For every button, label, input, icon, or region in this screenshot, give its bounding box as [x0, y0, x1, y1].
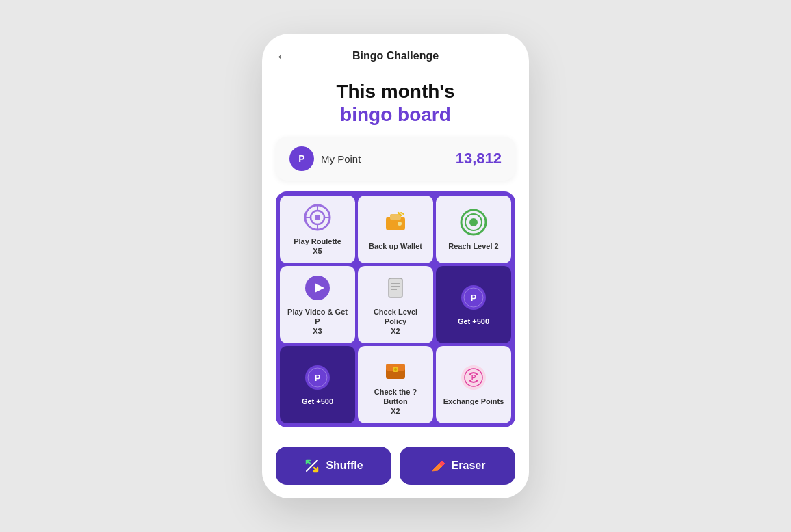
- shuffle-icon: [304, 457, 320, 474]
- cell-label-2: Back up Wallet: [369, 241, 422, 251]
- svg-rect-15: [389, 278, 402, 297]
- cell-label-4: Play Video & Get PX3: [284, 307, 351, 336]
- eraser-label: Eraser: [452, 460, 486, 472]
- points-icon: P: [289, 146, 314, 171]
- cell-label-3: Reach Level 2: [448, 241, 498, 251]
- bingo-cell-3[interactable]: Reach Level 2: [436, 196, 511, 263]
- video-icon: [302, 273, 333, 303]
- bingo-cell-9[interactable]: P Exchange Points: [436, 346, 511, 423]
- header-title: Bingo Challenge: [352, 50, 439, 62]
- exchange-icon: P: [458, 362, 489, 393]
- level-icon: [458, 207, 489, 237]
- chest-icon: [380, 353, 411, 383]
- points-value: 13,812: [456, 150, 502, 168]
- svg-text:P: P: [471, 374, 476, 382]
- header: ← Bingo Challenge: [262, 34, 529, 73]
- bottom-bar: Shuffle Eraser: [262, 436, 529, 498]
- cell-label-9: Exchange Points: [443, 397, 504, 406]
- policy-icon: [380, 273, 411, 303]
- points-label: My Point: [321, 153, 361, 165]
- bingo-container: Play RouletteX5 Back up Wallet: [276, 191, 515, 427]
- phone-frame: ← Bingo Challenge This month's bingo boa…: [262, 34, 529, 498]
- hero-section: This month's bingo board: [262, 73, 529, 137]
- svg-point-12: [469, 218, 478, 226]
- bingo-cell-7[interactable]: P Get +500: [280, 346, 355, 423]
- points-dark-icon: P: [458, 282, 489, 312]
- cell-label-6: Get +500: [458, 317, 489, 326]
- cell-label-1: Play RouletteX5: [294, 237, 341, 256]
- shuffle-button[interactable]: Shuffle: [276, 447, 391, 485]
- wallet-icon: [380, 207, 411, 237]
- svg-point-29: [394, 368, 397, 371]
- points-left: P My Point: [289, 146, 361, 171]
- eraser-button[interactable]: Eraser: [400, 447, 515, 485]
- bingo-cell-4[interactable]: Play Video & Get PX3: [280, 266, 355, 343]
- bingo-grid: Play RouletteX5 Back up Wallet: [280, 196, 511, 423]
- cell-label-7: Get +500: [302, 397, 333, 406]
- bingo-cell-8[interactable]: Check the ? ButtonX2: [358, 346, 433, 423]
- bingo-cell-6[interactable]: P Get +500: [436, 266, 511, 343]
- svg-point-9: [398, 222, 402, 226]
- bingo-cell-1[interactable]: Play RouletteX5: [280, 196, 355, 263]
- points-dark2-icon: P: [302, 362, 333, 393]
- bingo-cell-2[interactable]: Back up Wallet: [358, 196, 433, 263]
- shuffle-label: Shuffle: [326, 460, 363, 472]
- svg-text:P: P: [315, 373, 321, 383]
- svg-point-2: [315, 215, 320, 220]
- back-button[interactable]: ←: [276, 49, 289, 64]
- eraser-icon: [430, 457, 446, 474]
- cell-label-5: Check Level PolicyX2: [362, 307, 429, 336]
- cell-label-8: Check the ? ButtonX2: [362, 387, 429, 416]
- svg-text:P: P: [471, 293, 477, 303]
- hero-line1: This month's: [276, 80, 515, 103]
- points-card: P My Point 13,812: [276, 137, 515, 181]
- bingo-cell-5[interactable]: Check Level PolicyX2: [358, 266, 433, 343]
- hero-line2: bingo board: [276, 103, 515, 127]
- roulette-icon: [302, 202, 333, 232]
